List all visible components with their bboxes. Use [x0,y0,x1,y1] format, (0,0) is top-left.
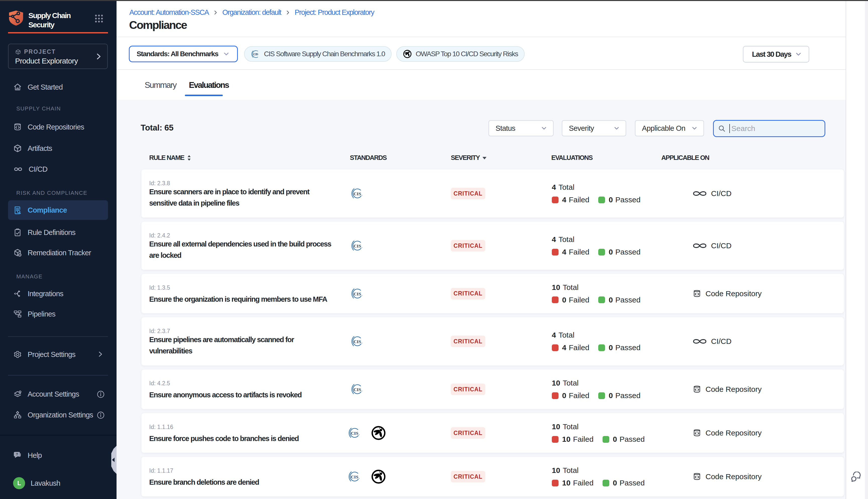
svg-text:CIS: CIS [351,431,359,436]
svg-text:?: ? [16,453,18,456]
svg-text:CIS: CIS [354,387,361,392]
svg-text:CIS: CIS [354,291,361,296]
svg-text:CIS: CIS [351,474,359,479]
svg-text:CIS: CIS [253,52,258,56]
svg-text:CIS: CIS [354,243,361,248]
svg-text:CIS: CIS [354,191,361,196]
svg-text:CIS: CIS [354,339,361,344]
